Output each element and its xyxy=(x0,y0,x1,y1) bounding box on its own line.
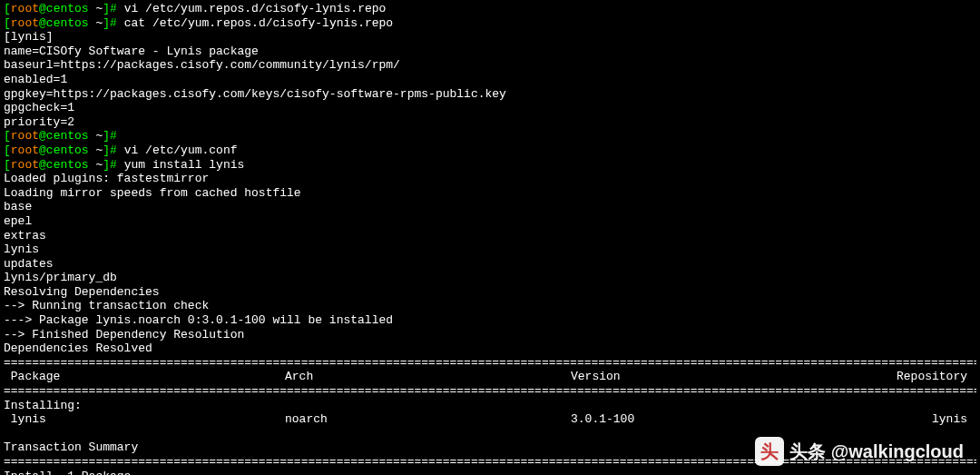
yum-output-line: Loading mirror speeds from cached hostfi… xyxy=(4,186,976,201)
yum-output-line: epel xyxy=(4,214,976,229)
repo-line: name=CISOfy Software - Lynis package xyxy=(4,45,976,59)
repo-line: gpgkey=https://packages.cisofy.com/keys/… xyxy=(4,87,976,102)
yum-output-line: base xyxy=(4,200,976,214)
yum-output-line: extras xyxy=(4,229,976,243)
prompt-line: [root@centos ~]# xyxy=(4,129,976,143)
cell-repository: lynis xyxy=(893,412,976,427)
yum-output-line: ---> Package lynis.noarch 0:3.0.1-100 wi… xyxy=(4,313,976,328)
repo-section: [lynis] xyxy=(4,30,976,45)
prompt-line: [root@centos ~]# vi /etc/yum.conf xyxy=(4,143,976,158)
prompt-line: [root@centos ~]# yum install lynis xyxy=(4,158,976,173)
watermark: 头 头条 @walkingcloud xyxy=(755,437,964,466)
yum-output-line: --> Finished Dependency Resolution xyxy=(4,328,976,342)
yum-output-line: --> Running transaction check xyxy=(4,299,976,313)
watermark-icon: 头 xyxy=(755,437,784,466)
prompt-line: [root@centos ~]# cat /etc/yum.repos.d/ci… xyxy=(4,16,976,31)
repo-line: baseurl=https://packages.cisofy.com/comm… xyxy=(4,58,976,73)
divider: ========================================… xyxy=(4,356,976,371)
repo-line: priority=2 xyxy=(4,115,976,130)
cell-version: 3.0.1-100 xyxy=(571,412,893,427)
table-header: Package Arch Version Repository xyxy=(4,370,976,384)
yum-output-line: Dependencies Resolved xyxy=(4,341,976,356)
col-header-package: Package xyxy=(4,370,285,384)
install-count: Install 1 Package xyxy=(4,470,976,475)
table-row: lynis noarch 3.0.1-100 lynis xyxy=(4,412,976,427)
yum-output-line: updates xyxy=(4,257,976,272)
repo-line: gpgcheck=1 xyxy=(4,101,976,115)
yum-output-line: Loaded plugins: fastestmirror xyxy=(4,172,976,186)
watermark-text: 头条 @walkingcloud xyxy=(789,440,964,462)
yum-output-line: Resolving Dependencies xyxy=(4,285,976,300)
cell-arch: noarch xyxy=(285,412,571,427)
cell-package: lynis xyxy=(4,412,285,427)
yum-output-line: lynis/primary_db xyxy=(4,271,976,285)
col-header-version: Version xyxy=(571,370,893,384)
col-header-arch: Arch xyxy=(285,370,571,384)
prompt-line: [root@centos ~]# vi /etc/yum.repos.d/cis… xyxy=(4,2,976,16)
repo-line: enabled=1 xyxy=(4,73,976,87)
col-header-repository: Repository xyxy=(893,370,976,384)
yum-output-line: lynis xyxy=(4,242,976,257)
installing-label: Installing: xyxy=(4,399,976,413)
divider: ========================================… xyxy=(4,384,976,399)
